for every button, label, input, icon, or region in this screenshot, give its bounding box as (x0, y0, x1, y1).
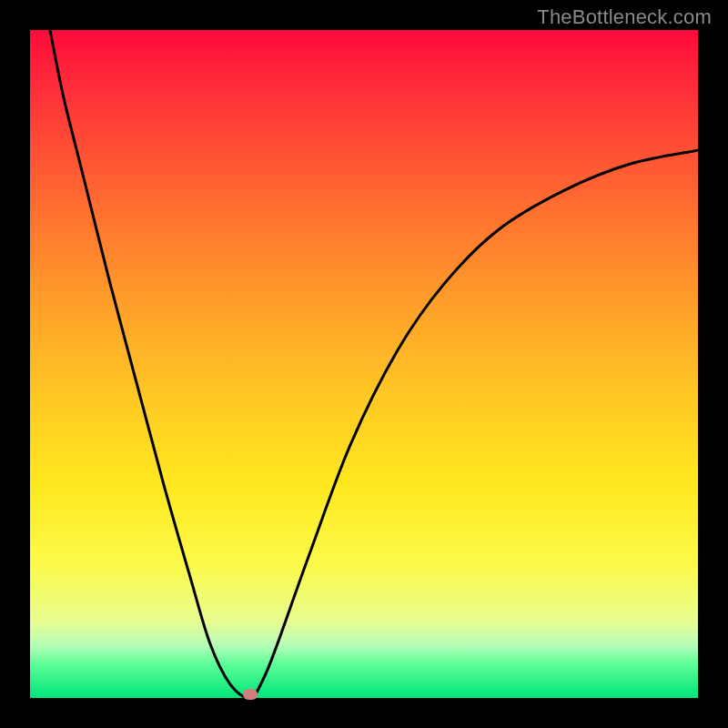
watermark-text: TheBottleneck.com (537, 5, 712, 29)
curve-svg (30, 30, 698, 698)
chart-frame: TheBottleneck.com (0, 0, 728, 728)
optimal-marker (243, 689, 258, 700)
plot-area (30, 30, 698, 698)
bottleneck-curve-path (50, 30, 698, 698)
